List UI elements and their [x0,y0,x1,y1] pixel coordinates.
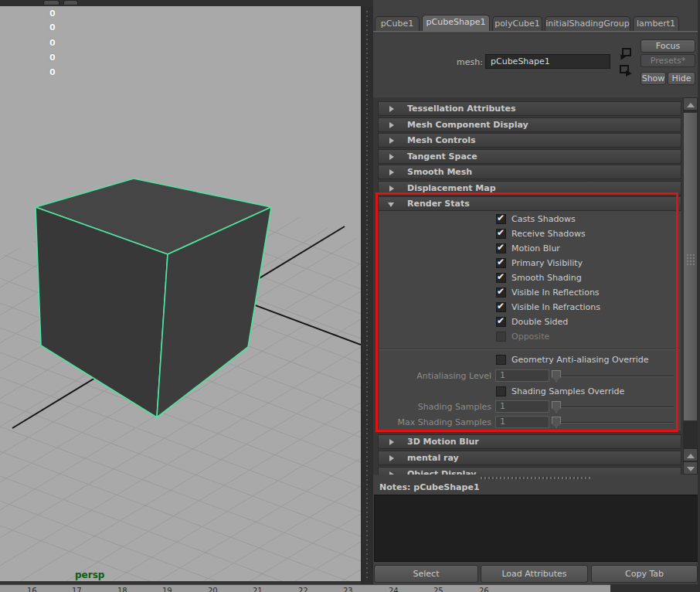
select-button[interactable]: Select [374,565,478,583]
section-object-display[interactable]: Object Display [378,467,681,475]
select-input-connection-icon[interactable] [618,47,632,60]
hide-button[interactable]: Hide [668,72,695,85]
select-output-connection-icon[interactable] [619,64,633,77]
hud-count: 0 [49,53,56,63]
checkbox[interactable]: ✔ [496,214,506,224]
check-icon: ✔ [497,301,505,311]
max-shading-samples-field[interactable]: 1 [495,416,549,428]
collapsed-arrow-icon [389,106,394,112]
checkbox[interactable]: ✔ [496,287,506,298]
scroll-up-button-bottom[interactable] [683,448,698,461]
section-tessellation-attributes[interactable]: Tessellation Attributes [378,101,681,116]
antialiasing-level-field[interactable]: 1 [495,369,549,382]
perspective-viewport[interactable]: 0 0 0 0 0 persp [0,6,361,581]
load-attributes-button[interactable]: Load Attributes [481,565,588,583]
checkbox[interactable] [496,355,506,365]
time-tick: 22 [298,587,308,592]
checkbox[interactable]: ✔ [496,302,506,312]
check-icon: ✔ [497,286,505,297]
time-tick: 16 [27,587,37,592]
section-mesh-controls[interactable]: Mesh Controls [378,133,681,148]
max-shading-samples-slider[interactable] [553,422,674,424]
section-render-stats[interactable]: Render Stats [378,196,681,211]
checkbox[interactable]: ✔ [496,243,506,253]
section-mental-ray[interactable]: mental ray [378,451,681,465]
node-tab-bar: pCube1 pCubeShape1 polyCube1 initialShad… [373,15,700,31]
section-smooth-mesh[interactable]: Smooth Mesh [378,165,681,179]
time-slider-strip[interactable]: 16 17 18 19 20 21 22 23 24 25 26 [0,584,700,592]
antialiasing-level-label: Antialiasing Level [377,370,491,382]
checkbox-row-motion-blur[interactable]: ✔ Motion Blur [373,243,675,254]
collapsed-arrow-icon [389,439,394,445]
check-icon: ✔ [497,257,505,267]
checkbox-row-double-sided[interactable]: ✔ Double Sided [373,317,675,328]
checkbox-row-visible-in-refractions[interactable]: ✔ Visible In Refractions [373,302,675,313]
time-tick: 21 [253,587,263,592]
hud-count: 0 [49,67,56,77]
shading-samples-label: Shading Samples [377,401,491,413]
tab-pcube1[interactable]: pCube1 [375,16,420,31]
notes-textarea[interactable] [374,495,699,562]
pane-splitter-vertical[interactable] [361,6,373,584]
show-button[interactable]: Show [641,72,666,85]
arrow-up-icon [687,103,695,107]
scrollbar-thumb[interactable] [683,112,698,421]
section-3d-motion-blur[interactable]: 3D Motion Blur [378,434,681,449]
checkbox-row-receive-shadows[interactable]: ✔ Receive Shadows [373,229,675,240]
shading-samples-slider[interactable] [553,407,674,408]
notes-splitter-handle[interactable] [373,475,700,481]
toolbar-fragment-icon [63,0,78,5]
time-slider-track[interactable]: 16 17 18 19 20 21 22 23 24 25 26 [0,584,610,592]
collapsed-arrow-icon [389,455,394,461]
time-tick: 20 [208,587,218,592]
mesh-name-input[interactable] [485,54,610,69]
checkbox-row-visible-in-reflections[interactable]: ✔ Visible In Reflections [373,287,675,298]
hud-count: 0 [49,38,56,48]
scroll-up-button[interactable] [683,97,698,111]
hud-count: 0 [49,9,56,19]
check-icon: ✔ [497,227,505,238]
checkbox[interactable]: ✔ [496,317,506,327]
focus-button[interactable]: Focus [641,39,695,53]
checkbox-row-casts-shadows[interactable]: ✔ Casts Shadows [373,214,675,225]
checkbox[interactable]: ✔ [496,258,506,268]
copy-tab-button[interactable]: Copy Tab [591,565,698,583]
checkbox[interactable] [496,386,506,396]
tab-polycube1[interactable]: polyCube1 [492,16,542,31]
presets-button[interactable]: Presets* [641,54,695,67]
checkbox-row-geometry-antialiasing-override[interactable]: Geometry Anti-aliasing Override [373,355,675,366]
checkbox-row-shading-samples-override[interactable]: Shading Samples Override [373,386,675,397]
section-displacement-map[interactable]: Displacement Map [378,181,681,196]
antialiasing-level-slider[interactable] [553,376,674,377]
checkbox-row-smooth-shading[interactable]: ✔ Smooth Shading [373,273,675,284]
tab-initialshadinggroup[interactable]: initialShadingGroup [545,16,630,31]
scroll-down-button[interactable] [683,461,698,475]
splitter-dashes [481,477,590,479]
section-mesh-component-display[interactable]: Mesh Component Display [378,117,681,132]
time-tick: 23 [343,587,353,592]
tab-lambert1[interactable]: lambert1 [633,16,679,31]
checkbox[interactable]: ✔ [496,229,506,239]
shading-samples-field[interactable]: 1 [495,400,549,413]
checkbox-row-primary-visibility[interactable]: ✔ Primary Visibility [373,258,675,269]
section-groove [379,349,680,350]
selected-cube[interactable] [36,179,271,417]
section-tangent-space[interactable]: Tangent Space [378,149,681,164]
checkbox[interactable]: ✔ [496,273,506,283]
tab-pcubeshape1[interactable]: pCubeShape1 [422,15,490,31]
scrollbar-grip-dots [686,253,696,267]
collapsed-arrow-icon [389,154,394,160]
viewport-canvas [0,6,361,581]
time-tick: 24 [389,587,399,592]
camera-name-label: persp [75,570,104,580]
time-tick: 17 [72,587,82,592]
time-tick: 26 [479,587,489,592]
mesh-field-label: mesh: [417,57,483,67]
max-shading-samples-label: Max Shading Samples [377,417,491,428]
checkbox-row-opposite[interactable]: Opposite [373,332,675,342]
vertical-scrollbar[interactable] [683,97,698,475]
checkbox[interactable] [496,332,506,342]
notes-label: Notes: pCubeShape1 [379,482,480,492]
check-icon: ✔ [497,315,505,326]
time-tick: 18 [117,587,127,592]
